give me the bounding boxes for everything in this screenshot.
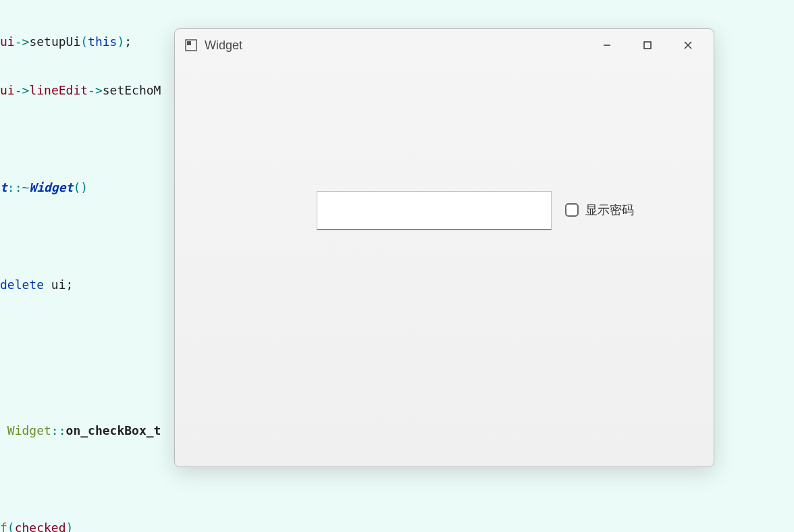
code-token: ::~	[7, 180, 30, 194]
code-token: ui	[0, 34, 15, 49]
window-title: Widget	[205, 38, 242, 53]
code-token: this	[88, 34, 117, 49]
widget-window: Widget 显示密码	[174, 28, 714, 467]
window-app-icon	[184, 38, 198, 52]
code-token: ;	[66, 277, 74, 292]
minimize-icon	[602, 41, 612, 50]
close-button[interactable]	[668, 32, 708, 59]
code-token: ->	[88, 83, 103, 97]
code-token: )	[117, 34, 124, 49]
code-token: (	[7, 521, 15, 532]
code-token: )	[80, 180, 88, 194]
svg-rect-1	[187, 41, 191, 45]
code-token: ;	[124, 34, 132, 49]
window-content-area: 显示密码	[175, 61, 714, 467]
code-token: checked	[15, 521, 66, 532]
code-token: ->	[15, 34, 30, 49]
code-token: delete	[0, 277, 44, 292]
code-token: lineEdit	[29, 83, 88, 97]
code-token: f	[0, 521, 7, 532]
code-token: t	[0, 180, 7, 194]
minimize-button[interactable]	[587, 32, 627, 59]
code-token: setEchoM	[103, 83, 161, 97]
code-token: on_checkBox_t	[66, 423, 161, 437]
code-token: ui	[0, 83, 15, 97]
code-token: (	[73, 180, 80, 194]
password-input[interactable]	[317, 191, 552, 230]
code-token: setupUi	[29, 34, 80, 49]
code-token: (	[80, 34, 88, 49]
window-titlebar[interactable]: Widget	[175, 29, 714, 61]
code-token: Widget	[29, 180, 73, 194]
code-token: Widget	[0, 423, 51, 437]
code-token: ui	[44, 277, 66, 292]
show-password-label: 显示密码	[585, 202, 634, 218]
show-password-checkbox-container: 显示密码	[565, 202, 634, 218]
code-token: )	[66, 521, 74, 532]
show-password-checkbox[interactable]	[565, 203, 579, 217]
code-token: ::	[51, 423, 66, 437]
maximize-button[interactable]	[627, 32, 668, 59]
maximize-icon	[643, 41, 652, 50]
code-token: ->	[15, 83, 30, 97]
svg-rect-3	[644, 42, 651, 49]
close-icon	[683, 41, 693, 50]
